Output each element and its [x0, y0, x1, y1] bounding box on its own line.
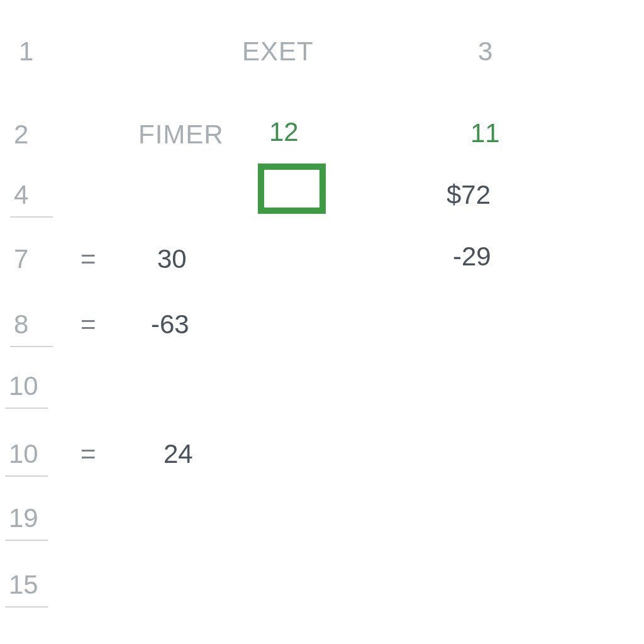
cell-B7[interactable]: 30	[157, 244, 187, 274]
row-header-2[interactable]: 2	[14, 119, 52, 150]
header-col-2[interactable]: EXET	[242, 36, 314, 67]
row-header-10b[interactable]: 10	[9, 439, 47, 469]
header-col-3[interactable]: 3	[478, 36, 492, 67]
cell-C2[interactable]: 12	[269, 117, 299, 147]
equals-icon: =	[80, 439, 96, 469]
cell-D2[interactable]: 11	[470, 118, 500, 148]
equals-icon: =	[80, 309, 96, 340]
cell-B10[interactable]: 24	[164, 439, 193, 469]
row-header-4[interactable]: 4	[14, 180, 52, 210]
spreadsheet-grid[interactable]: 1 EXET 3 2 FIMER 12 11 4 $72 7 = 30 -29 …	[0, 0, 644, 644]
row-header-7[interactable]: 7	[14, 244, 52, 274]
cell-selection-outline[interactable]	[258, 164, 326, 214]
cell-B2[interactable]: FIMER	[138, 119, 224, 150]
equals-icon: =	[80, 244, 96, 274]
cell-B8[interactable]: -63	[151, 309, 189, 340]
header-col-1[interactable]: 1	[19, 36, 57, 67]
cell-D4[interactable]: $72	[447, 180, 491, 210]
row-header-19[interactable]: 19	[9, 503, 47, 533]
row-header-15[interactable]: 15	[9, 570, 47, 600]
cell-D7[interactable]: -29	[453, 242, 491, 272]
row-header-10a[interactable]: 10	[9, 371, 47, 401]
row-header-8[interactable]: 8	[14, 309, 52, 340]
